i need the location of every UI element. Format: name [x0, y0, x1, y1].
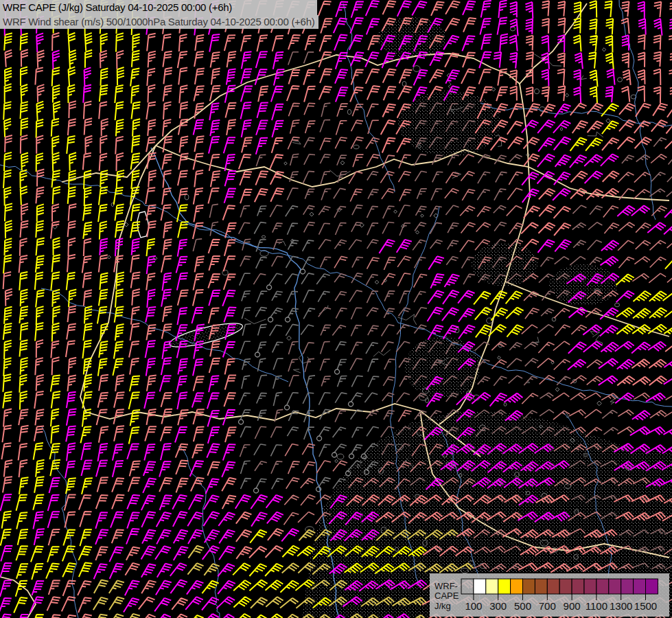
svg-text:300: 300 — [489, 600, 507, 612]
svg-text:500: 500 — [514, 600, 531, 612]
svg-text:100: 100 — [465, 600, 482, 612]
svg-text:1100: 1100 — [586, 600, 607, 612]
svg-text:900: 900 — [564, 600, 581, 612]
svg-text:J/kg: J/kg — [435, 601, 451, 611]
svg-text:WRF Wind shear (m/s) 500/1000h: WRF Wind shear (m/s) 500/1000hPa Saturda… — [3, 16, 315, 27]
svg-text:700: 700 — [539, 600, 556, 612]
svg-text:1500: 1500 — [634, 600, 657, 612]
svg-text:1300: 1300 — [610, 600, 632, 612]
svg-text:WRF-: WRF- — [435, 581, 458, 591]
svg-text:CAPE: CAPE — [435, 591, 459, 601]
svg-text:WRF CAPE (J/kg) Saturday 04-10: WRF CAPE (J/kg) Saturday 04-10-2025 00:0… — [3, 1, 232, 13]
